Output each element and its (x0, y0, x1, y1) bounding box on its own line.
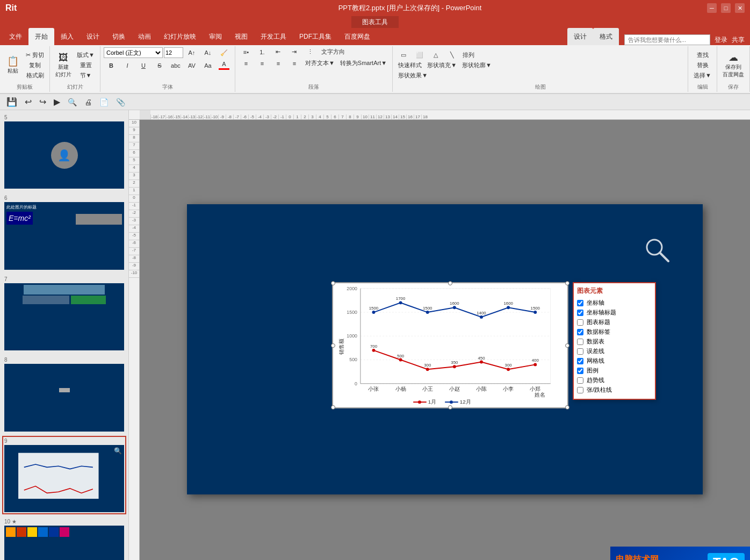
tab-review[interactable]: 审阅 (203, 28, 228, 45)
justify-button[interactable]: ≡ (287, 60, 302, 67)
minimize-button[interactable]: ─ (707, 3, 717, 13)
slide-item-8[interactable]: 8 (2, 355, 126, 433)
align-left-button[interactable]: ≡ (239, 60, 254, 67)
handle-ml[interactable] (331, 343, 335, 348)
elem-axis-title[interactable]: 坐标轴标题 (577, 308, 652, 317)
tab-slideshow[interactable]: 幻灯片放映 (157, 28, 203, 45)
elem-legend[interactable]: 图例 (577, 367, 652, 375)
select-button[interactable]: 选择▼ (691, 71, 713, 80)
qa-extra-button[interactable]: 📎 (114, 97, 127, 107)
elem-chart-title[interactable]: 图表标题 (577, 318, 652, 326)
slide-item-6[interactable]: 6 此处图片的标题 E=mc² (2, 193, 126, 271)
clear-format-button[interactable]: 🧹 (217, 49, 232, 57)
tab-transition[interactable]: 切换 (106, 28, 132, 45)
slide-item-9[interactable]: 9 🔍 (2, 436, 126, 514)
font-color-button[interactable]: A (217, 60, 232, 70)
chart-container[interactable]: 销售额 0 500 1000 (332, 282, 568, 408)
search-input[interactable] (624, 34, 710, 45)
column-button[interactable]: ⋮ (303, 48, 318, 56)
elem-error-bars-checkbox[interactable] (577, 348, 583, 355)
text-direction-button[interactable]: 文字方向 (319, 47, 347, 56)
section-button[interactable]: 节▼ (75, 71, 97, 80)
tab-file[interactable]: 文件 (3, 28, 28, 45)
elem-axis-checkbox[interactable] (577, 300, 583, 306)
shape-line-button[interactable]: ╲ (444, 51, 459, 60)
handle-bc[interactable] (448, 405, 452, 410)
handle-tr[interactable] (565, 281, 569, 285)
find-button[interactable]: 查找 (691, 51, 713, 60)
qa-save-button[interactable]: 💾 (4, 96, 19, 108)
new-slide-button[interactable]: 🖼 新建幻灯片 (53, 49, 74, 82)
tab-pdf[interactable]: PDF工具集 (293, 28, 338, 45)
shape-fill-button[interactable]: 形状填充▼ (425, 61, 459, 70)
slide-item-5[interactable]: 5 👤 (2, 112, 126, 191)
elem-trendline[interactable]: 趋势线 (577, 376, 652, 384)
handle-mr[interactable] (565, 343, 569, 348)
shape-rect-button[interactable]: ▭ (396, 51, 411, 60)
font-case-button[interactable]: Aa (200, 62, 215, 69)
tab-baidu[interactable]: 百度网盘 (338, 28, 377, 45)
smartart-button[interactable]: 转换为SmartArt▼ (338, 59, 389, 68)
cut-button[interactable]: ✂ 剪切 (24, 51, 46, 60)
shadow-button[interactable]: abc (168, 62, 183, 69)
share-button[interactable]: 共享 (732, 35, 745, 45)
handle-tc[interactable] (448, 281, 452, 285)
handle-tl[interactable] (331, 281, 335, 285)
tab-design[interactable]: 设计 (80, 28, 106, 45)
qa-redo-button[interactable]: ↪ (37, 96, 48, 108)
strikethrough-button[interactable]: S (152, 62, 167, 69)
elem-data-labels[interactable]: 数据标签 (577, 328, 652, 336)
elem-legend-checkbox[interactable] (577, 368, 583, 374)
elem-chart-title-checkbox[interactable] (577, 319, 583, 326)
elem-gridlines-checkbox[interactable] (577, 358, 583, 364)
elem-data-table-checkbox[interactable] (577, 339, 583, 345)
qa-present-button[interactable]: ▶ (52, 96, 62, 108)
shape-arrow-button[interactable]: △ (428, 51, 443, 60)
login-button[interactable]: 登录 (715, 35, 727, 45)
increase-indent-button[interactable]: ⇥ (287, 48, 302, 56)
reset-button[interactable]: 重置 (75, 61, 97, 70)
qa-print-button[interactable]: 🖨 (82, 97, 94, 107)
slide-item-7[interactable]: 7 (2, 274, 126, 353)
tab-animation[interactable]: 动画 (132, 28, 157, 45)
decrease-indent-button[interactable]: ⇤ (271, 48, 286, 56)
elem-bars[interactable]: 张/跌柱线 (577, 386, 652, 394)
handle-br[interactable] (565, 405, 569, 410)
align-center-button[interactable]: ≡ (255, 60, 270, 67)
numbering-button[interactable]: 1. (255, 48, 270, 56)
font-spacing-button[interactable]: AV (184, 62, 199, 69)
align-right-button[interactable]: ≡ (271, 60, 286, 67)
layout-button[interactable]: 版式▼ (75, 51, 97, 60)
bold-button[interactable]: B (104, 62, 119, 69)
elem-axis[interactable]: 坐标轴 (577, 299, 652, 307)
slide-item-10[interactable]: 10 ★ (2, 516, 126, 560)
elem-trendline-checkbox[interactable] (577, 377, 583, 384)
font-name-select[interactable]: Corbel (正文) (104, 47, 163, 58)
tab-devtools[interactable]: 开发工具 (254, 28, 293, 45)
elem-gridlines[interactable]: 网格线 (577, 357, 652, 365)
quick-styles-button[interactable]: 快速样式 (396, 61, 424, 70)
increase-font-button[interactable]: A↑ (184, 49, 199, 56)
tab-chart-design[interactable]: 设计 (567, 28, 593, 45)
shape-effect-button[interactable]: 形状效果▼ (396, 71, 430, 80)
tab-insert[interactable]: 插入 (54, 28, 80, 45)
copy-button[interactable]: 复制 (24, 61, 46, 70)
shape-more-button[interactable]: ⬜ (412, 51, 427, 60)
maximize-button[interactable]: □ (721, 3, 731, 13)
format-painter-button[interactable]: 格式刷 (24, 71, 46, 80)
handle-bl[interactable] (331, 405, 335, 410)
save-baidu-button[interactable]: ☁ 保存到百度网盘 (720, 49, 746, 82)
arrange-button[interactable]: 排列 (460, 51, 477, 60)
elem-data-table[interactable]: 数据表 (577, 338, 652, 346)
bullets-button[interactable]: ≡• (239, 48, 254, 56)
font-size-input[interactable] (164, 47, 183, 58)
replace-button[interactable]: 替换 (691, 61, 713, 70)
elem-data-labels-checkbox[interactable] (577, 329, 583, 335)
decrease-font-button[interactable]: A↓ (200, 49, 215, 56)
tab-view[interactable]: 视图 (228, 28, 254, 45)
underline-button[interactable]: U (136, 62, 151, 69)
italic-button[interactable]: I (120, 62, 135, 69)
qa-zoom-button[interactable]: 🔍 (66, 97, 79, 107)
qa-more-button[interactable]: 📄 (97, 97, 111, 107)
qa-undo-button[interactable]: ↩ (23, 96, 34, 108)
